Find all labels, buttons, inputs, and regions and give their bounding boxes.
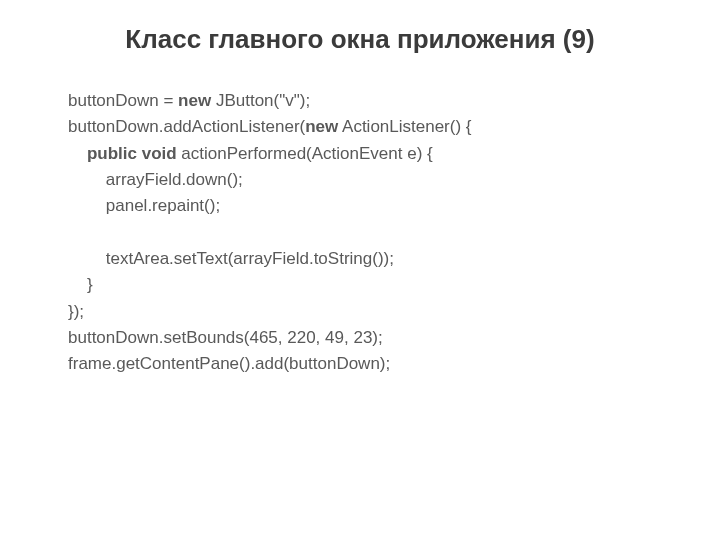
slide: Класс главного окна приложения (9) butto… xyxy=(0,0,720,540)
code-line-10: buttonDown.setBounds(465, 220, 49, 23); xyxy=(68,328,383,347)
code-line-11: frame.getContentPane().add(buttonDown); xyxy=(68,354,390,373)
code-line-2: buttonDown.addActionListener(new ActionL… xyxy=(68,117,472,136)
code-line-1: buttonDown = new JButton("v"); xyxy=(68,91,310,110)
code-line-7: textArea.setText(arrayField.toString()); xyxy=(106,249,394,268)
code-line-8: } xyxy=(87,275,93,294)
code-line-3: public void actionPerformed(ActionEvent … xyxy=(87,144,433,163)
code-line-5: panel.repaint(); xyxy=(106,196,220,215)
code-line-9: }); xyxy=(68,302,84,321)
code-line-4: arrayField.down(); xyxy=(106,170,243,189)
slide-title: Класс главного окна приложения (9) xyxy=(0,24,720,55)
code-block: buttonDown = new JButton("v"); buttonDow… xyxy=(68,88,680,378)
